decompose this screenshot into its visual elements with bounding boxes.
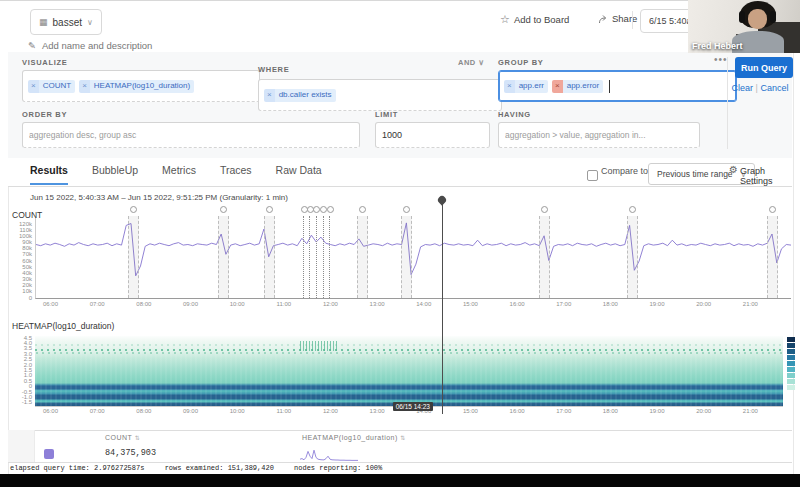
query-name-placeholder: Add name and description: [42, 40, 152, 51]
star-icon: ☆: [500, 13, 510, 26]
visualize-section: VISUALIZE ×COUNT×HEATMAP(log10_duration): [22, 58, 260, 102]
tab-bubbleup[interactable]: BubbleUp: [92, 164, 138, 185]
order-by-label: ORDER BY: [22, 110, 360, 119]
count-line-svg: [36, 218, 791, 298]
divider: [632, 11, 633, 29]
heatmap-column-header[interactable]: HEATMAP(log10_duration) ⇅: [302, 434, 406, 441]
where-join-operator-dropdown[interactable]: AND ∨: [458, 58, 485, 67]
remove-chip-icon[interactable]: ×: [264, 89, 275, 102]
remove-chip-icon[interactable]: ×: [552, 80, 563, 93]
having-input[interactable]: [498, 122, 700, 148]
where-label: WHERE: [258, 65, 289, 74]
series-color-swatch: [44, 449, 54, 459]
sort-icon[interactable]: ⇅: [135, 435, 141, 441]
group-by-box[interactable]: ×app.err×app.error: [498, 70, 737, 102]
query-overflow-menu[interactable]: •••: [714, 54, 728, 65]
event-marker-icon[interactable]: [220, 206, 227, 213]
visualize-box[interactable]: ×COUNT×HEATMAP(log10_duration): [22, 70, 260, 102]
heatmap-sparse-dots: [35, 344, 783, 346]
tab-raw-data[interactable]: Raw Data: [276, 164, 322, 185]
count-column-label: COUNT: [105, 434, 132, 441]
webcam-person-face: [748, 9, 767, 29]
compare-range-value: Previous time range: [657, 169, 733, 179]
chip-label: COUNT: [39, 80, 75, 93]
tab-metrics[interactable]: Metrics: [162, 164, 196, 185]
having-section: HAVING: [498, 110, 700, 148]
clear-link[interactable]: Clear: [732, 83, 754, 93]
dataset-dropdown[interactable]: ▦ basset ∨: [30, 9, 102, 35]
limit-input[interactable]: [375, 122, 490, 148]
order-by-section: ORDER BY: [22, 110, 360, 148]
webcam-name-label: Fred Hebert: [692, 41, 743, 51]
visualize-label: VISUALIZE: [22, 58, 260, 67]
dataset-label: basset: [53, 17, 82, 28]
add-to-board-button[interactable]: ☆ Add to Board: [500, 13, 569, 26]
query-chip[interactable]: ×app.error: [552, 80, 603, 93]
having-label: HAVING: [498, 110, 700, 119]
remove-chip-icon[interactable]: ×: [504, 80, 515, 93]
heatmap-sparse-dots: [35, 349, 783, 351]
share-label: Share: [612, 13, 637, 24]
heatmap-column-label: HEATMAP(log10_duration): [302, 434, 398, 441]
remove-chip-icon[interactable]: ×: [79, 80, 90, 93]
event-marker-icon[interactable]: [327, 206, 334, 213]
limit-label: LIMIT: [375, 110, 490, 119]
graph-settings-button[interactable]: Graph Settings: [740, 166, 800, 186]
count-column-header[interactable]: COUNT ⇅: [105, 434, 140, 441]
query-name-button[interactable]: ✎ Add name and description: [28, 40, 152, 51]
rows-examined: rows examined: 151,389,420: [165, 464, 274, 472]
pencil-icon: ✎: [28, 40, 36, 51]
event-marker-icon[interactable]: [629, 206, 636, 213]
chip-label: HEATMAP(log10_duration): [90, 80, 194, 93]
group-by-label: GROUP BY: [498, 58, 737, 67]
clear-cancel-links: Clear | Cancel: [724, 83, 796, 93]
run-query-button[interactable]: Run Query: [735, 57, 793, 78]
event-marker-icon[interactable]: [130, 206, 137, 213]
remove-chip-icon[interactable]: ×: [28, 80, 39, 93]
event-marker-icon[interactable]: [359, 206, 366, 213]
share-arrow-icon: [598, 14, 608, 24]
query-chip[interactable]: ×db.caller exists: [264, 89, 336, 102]
heatmap-chart-title: HEATMAP(log10_duration): [12, 321, 114, 331]
tab-traces[interactable]: Traces: [220, 164, 252, 185]
query-chip[interactable]: ×app.err: [504, 80, 548, 93]
heatmap-burst-cluster: [300, 341, 338, 351]
panel-separator: [727, 57, 728, 149]
crosshair-line: [442, 204, 443, 414]
query-chip[interactable]: ×COUNT: [28, 80, 75, 93]
query-status-bar: elapsed query time: 2.976272587s rows ex…: [10, 464, 398, 472]
count-total-value: 84,375,903: [105, 448, 156, 458]
date-range-label: Jun 15 2022, 5:40:33 AM – Jun 15 2022, 9…: [30, 193, 288, 202]
count-line-chart[interactable]: [35, 218, 791, 299]
dataset-grid-icon: ▦: [39, 17, 48, 27]
webcam-overlay: Fred Hebert: [688, 0, 800, 53]
chip-label: db.caller exists: [275, 89, 336, 102]
where-box[interactable]: ×db.caller exists: [258, 79, 502, 111]
sort-icon[interactable]: ⇅: [400, 435, 406, 441]
tab-results[interactable]: Results: [30, 164, 68, 185]
heatmap-sparkline: [300, 448, 358, 461]
limit-section: LIMIT: [375, 110, 490, 148]
cancel-link[interactable]: Cancel: [760, 83, 788, 93]
window-top-edge: [0, 0, 800, 1]
event-marker-icon[interactable]: [266, 206, 273, 213]
compare-label: Compare to: [601, 166, 648, 176]
chevron-down-icon: ∨: [478, 58, 484, 67]
query-chip[interactable]: ×HEATMAP(log10_duration): [79, 80, 194, 93]
crosshair-tooltip: 06/15 14:23: [393, 402, 433, 411]
nodes-reporting: nodes reporting: 100%: [294, 464, 382, 472]
chip-label: app.error: [563, 80, 603, 93]
elapsed-time: elapsed query time: 2.976272587s: [10, 464, 144, 472]
compare-to-control: [587, 167, 598, 185]
and-operator-label: AND: [458, 58, 476, 67]
group-by-section: GROUP BY ×app.err×app.error: [498, 58, 737, 102]
text-caret: [609, 80, 610, 93]
compare-checkbox[interactable]: [587, 170, 598, 181]
event-marker-icon[interactable]: [541, 206, 548, 213]
tabs: ResultsBubbleUpMetricsTracesRaw Data: [30, 164, 322, 185]
table-gutter: [8, 430, 35, 462]
order-by-input[interactable]: [22, 122, 360, 148]
heatmap-chart[interactable]: [35, 336, 783, 407]
add-to-board-label: Add to Board: [514, 14, 569, 25]
headphones-icon: [770, 11, 776, 23]
